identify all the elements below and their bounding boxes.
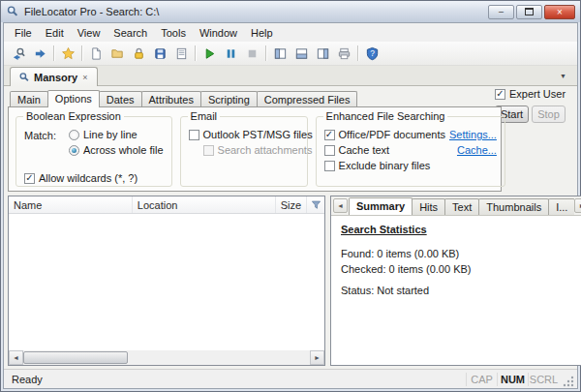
new-document-icon [89, 46, 104, 61]
num-lock-indicator: NUM [497, 373, 528, 386]
preview-tab-strip: ◄ Summary Hits Text Thumbnails I... ► [331, 196, 581, 216]
save-button[interactable] [149, 44, 170, 64]
tab-text[interactable]: Text [444, 198, 479, 215]
radio-line-by-line[interactable]: Line by line [69, 129, 164, 140]
layout-right-button[interactable] [312, 44, 333, 64]
summary-checked: Checked: 0 items (0.00 KB) [341, 263, 581, 275]
column-name[interactable]: Name [9, 196, 133, 213]
tab-options[interactable]: Options [47, 90, 100, 107]
column-location[interactable]: Location [133, 196, 276, 213]
checkbox-icon [324, 161, 335, 171]
menu-search[interactable]: Search [107, 25, 154, 41]
scroll-left-icon[interactable]: ◄ [9, 350, 23, 365]
checkbox-icon [189, 130, 199, 140]
summary-heading: Search Statistics [341, 224, 581, 235]
scrollbar-thumb[interactable] [23, 351, 128, 364]
layout-left-button[interactable] [269, 44, 290, 64]
match-row: Match: Line by line Across whole file [24, 129, 164, 160]
forward-button[interactable] [29, 44, 50, 64]
tab-main[interactable]: Main [10, 91, 48, 106]
favorites-button[interactable] [57, 44, 78, 64]
expert-user-checkbox[interactable]: Expert User [495, 88, 572, 100]
lock-icon [132, 46, 146, 61]
search-document-tab[interactable]: Mansory × [10, 67, 98, 86]
filter-icon [311, 199, 321, 210]
tab-scripting[interactable]: Scripting [200, 91, 258, 106]
toolbar-separator [81, 45, 82, 61]
filter-button[interactable] [307, 196, 324, 213]
new-document-button[interactable] [85, 44, 107, 64]
search-icon [18, 72, 30, 83]
checkbox-label: Office/PDF documents [339, 129, 445, 140]
preview-tabs-scroll-left-icon[interactable]: ◄ [333, 198, 348, 213]
open-button[interactable] [107, 44, 128, 64]
maximize-icon [525, 8, 534, 15]
printer-icon [337, 46, 352, 61]
tab-overflow-button[interactable]: ▼ [555, 70, 571, 82]
tab-thumbnails[interactable]: Thumbnails [478, 198, 549, 215]
tab-attributes[interactable]: Attributes [141, 91, 201, 106]
print-button[interactable] [333, 44, 354, 64]
play-icon [202, 46, 217, 61]
title-bar[interactable]: FileLocator Pro - Search: C:\ – × [1, 1, 580, 22]
status-bar: Ready CAP NUM SCRL [4, 369, 577, 388]
lock-button[interactable] [128, 44, 149, 64]
pause-search-button[interactable] [220, 44, 241, 64]
radio-across-whole-file[interactable]: Across whole file [69, 144, 164, 156]
report-button[interactable] [170, 44, 192, 64]
app-icon [6, 5, 19, 18]
stop-search-button [241, 44, 262, 64]
checkbox-icon [324, 145, 335, 156]
tab-truncated[interactable]: I... [548, 198, 574, 215]
toolbar-separator [53, 45, 54, 61]
menu-tools[interactable]: Tools [154, 25, 193, 41]
menu-window[interactable]: Window [193, 25, 244, 41]
office-pdf-checkbox[interactable]: Office/PDF documents [324, 129, 445, 140]
tab-hits[interactable]: Hits [412, 198, 445, 215]
menu-view[interactable]: View [71, 25, 107, 41]
checkbox-label: Allow wildcards (*, ?) [39, 172, 138, 184]
scroll-right-icon[interactable]: ► [310, 350, 324, 365]
allow-wildcards-checkbox[interactable]: Allow wildcards (*, ?) [24, 172, 164, 184]
checkbox-label: Cache text [339, 144, 390, 156]
checkbox-icon [24, 173, 35, 184]
radio-label: Across whole file [83, 144, 164, 156]
tab-dates[interactable]: Dates [99, 91, 142, 106]
match-label: Match: [24, 129, 69, 160]
email-group: Email Outlook PST/MSG files Search attac… [180, 116, 308, 187]
maximize-button[interactable] [516, 5, 542, 19]
results-list-body[interactable] [9, 214, 324, 350]
start-search-button[interactable] [199, 44, 220, 64]
main-area: Main Options Dates Attributes Scripting … [4, 86, 577, 369]
menu-file[interactable]: File [8, 25, 39, 41]
exclude-binary-files-checkbox[interactable]: Exclude binary files [324, 160, 497, 171]
menu-edit[interactable]: Edit [39, 25, 71, 41]
forward-icon [33, 46, 47, 61]
column-size[interactable]: Size [276, 196, 307, 213]
toolbar-separator [265, 45, 266, 61]
cache-link[interactable]: Cache... [457, 144, 497, 156]
group-title: Boolean Expression [23, 110, 124, 122]
help-button[interactable]: ? [361, 44, 382, 64]
layout-bottom-button[interactable] [290, 44, 312, 64]
back-button[interactable] [8, 44, 29, 64]
tab-summary[interactable]: Summary [349, 197, 413, 215]
search-controls: Expert User Start Stop [495, 88, 572, 123]
settings-link[interactable]: Settings... [449, 129, 497, 140]
cache-text-checkbox[interactable]: Cache text [324, 144, 453, 156]
tab-compressed-files[interactable]: Compressed Files [257, 91, 358, 106]
outlook-pst-msg-checkbox[interactable]: Outlook PST/MSG files [189, 129, 299, 140]
group-title: Email [188, 110, 221, 122]
summary-found: Found: 0 items (0.00 KB) [341, 248, 581, 259]
results-list-header: Name Location Size [9, 196, 324, 214]
stop-button: Stop [532, 106, 566, 123]
menu-help[interactable]: Help [244, 25, 280, 41]
scrollbar-track[interactable] [23, 350, 310, 365]
close-button[interactable]: × [544, 5, 575, 19]
resize-grip[interactable] [562, 375, 575, 388]
summary-status: Status: Not started [341, 285, 581, 296]
checkbox-label: Exclude binary files [339, 160, 431, 171]
minimize-button[interactable]: – [488, 5, 514, 19]
preview-tabs-scroll-right-icon[interactable]: ► [574, 198, 581, 213]
tab-close-icon[interactable]: × [81, 73, 88, 82]
